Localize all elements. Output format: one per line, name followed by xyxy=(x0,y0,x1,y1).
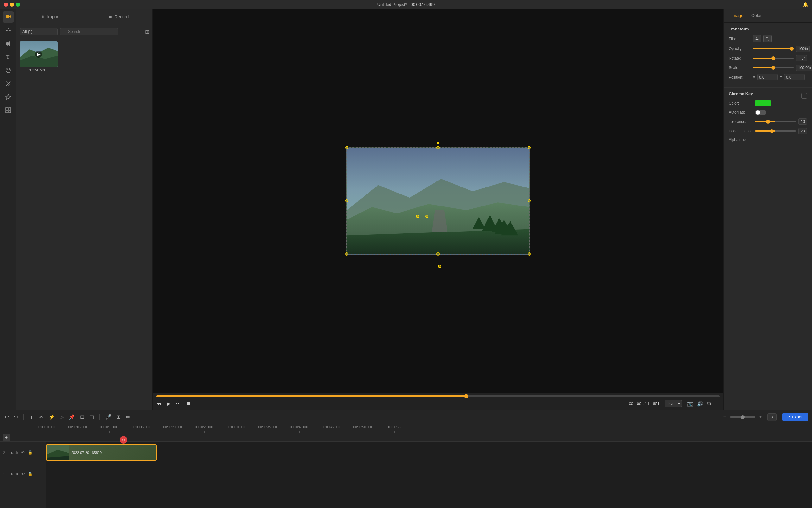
minimize-button[interactable] xyxy=(10,3,14,7)
extend-button[interactable]: ⇔ xyxy=(125,413,131,421)
timeline-ruler: 00:00:00.000 00:00:05.000 00:00:10.000 0… xyxy=(0,424,812,433)
quality-select[interactable]: Full 1/2 1/4 xyxy=(665,400,682,407)
svg-marker-13 xyxy=(6,94,11,99)
screenshot-button[interactable]: 📷 xyxy=(687,400,693,407)
tab-image-label: Image xyxy=(731,13,743,18)
corner-handle-bl[interactable] xyxy=(345,252,348,256)
delete-button[interactable]: 🗑 xyxy=(28,413,35,421)
fullscreen-button[interactable]: ⛶ xyxy=(715,400,720,406)
mid-handle-right[interactable] xyxy=(527,199,531,202)
track-row-1 xyxy=(46,463,812,485)
record-tab[interactable]: ⏺ Record xyxy=(85,9,153,25)
motion-button[interactable]: ▷ xyxy=(59,413,65,421)
export-button[interactable]: ↗ Export xyxy=(782,413,808,421)
ruler-label-4: 00:00:20.000 xyxy=(163,425,182,429)
auto-button[interactable]: ⚡ xyxy=(47,413,56,421)
zoom-slider[interactable] xyxy=(730,417,755,418)
pin-button[interactable]: 📌 xyxy=(68,413,76,421)
import-tab[interactable]: ⬆ Import xyxy=(16,9,85,25)
ruler-label-3: 00:00:15.000 xyxy=(132,425,150,429)
settings-filter-button[interactable]: ⚙ xyxy=(767,413,776,421)
rotate-slider[interactable] xyxy=(753,58,794,59)
search-wrapper: 🔍 xyxy=(60,28,142,36)
tolerance-slider[interactable] xyxy=(755,121,796,122)
sidebar-item-stickers[interactable] xyxy=(3,91,14,102)
progress-thumb[interactable] xyxy=(464,394,468,398)
chroma-key-toggle[interactable] xyxy=(801,93,807,99)
zoom-out-button[interactable]: － xyxy=(721,413,728,421)
grid-view-toggle[interactable]: ⊞ xyxy=(145,29,149,35)
scale-slider[interactable] xyxy=(753,67,794,69)
list-item[interactable]: ▶ 2022-07-20... xyxy=(19,41,58,72)
video-clip-1[interactable]: 2022-07-20 165829 xyxy=(46,444,157,461)
progress-fill xyxy=(157,395,466,397)
sidebar-item-transitions[interactable] xyxy=(3,78,14,89)
skip-back-button[interactable]: ⏮ xyxy=(157,400,162,406)
chroma-key-header: Chroma Key xyxy=(729,91,807,100)
ruler-marks: 00:00:00.000 00:00:05.000 00:00:10.000 0… xyxy=(46,424,812,433)
maximize-button[interactable] xyxy=(16,3,20,7)
rotate-handle[interactable] xyxy=(437,142,439,144)
corner-handle-tl[interactable] xyxy=(345,146,348,149)
flip-vertical-button[interactable]: ⇅ xyxy=(763,35,772,42)
search-input[interactable] xyxy=(60,28,119,36)
add-track-button[interactable]: + xyxy=(3,433,10,441)
cut-button[interactable]: ✂ xyxy=(38,413,44,421)
audio-button[interactable]: 🔊 xyxy=(697,400,703,407)
y-label: Y xyxy=(780,75,782,80)
split-button[interactable]: ⊞ xyxy=(116,413,122,421)
track-visibility-icon-2[interactable]: 👁 xyxy=(21,450,25,455)
corner-handle-tr[interactable] xyxy=(527,146,531,149)
track-name-1: Track xyxy=(9,472,18,476)
video-container xyxy=(153,9,723,393)
sidebar-item-overlays[interactable] xyxy=(3,65,14,76)
window-controls[interactable] xyxy=(4,3,20,7)
right-tabs: Image Color xyxy=(724,9,812,23)
tab-image[interactable]: Image xyxy=(727,9,747,23)
motion-dot-3[interactable] xyxy=(438,265,441,268)
mid-handle-left[interactable] xyxy=(345,199,348,202)
motion-dot-2[interactable] xyxy=(425,215,428,218)
sidebar-item-filters[interactable] xyxy=(3,25,14,36)
bell-icon[interactable]: 🔔 xyxy=(803,2,808,7)
sidebar-item-audio[interactable] xyxy=(3,38,14,49)
crop-button[interactable]: ⊡ xyxy=(79,413,85,421)
edge-slider[interactable] xyxy=(755,130,796,132)
redo-button[interactable]: ↪ xyxy=(13,413,19,421)
track-visibility-icon-1[interactable]: 👁 xyxy=(21,472,25,476)
track-lock-icon-1[interactable]: 🔒 xyxy=(28,472,33,476)
track-header-spacer xyxy=(46,433,812,442)
chroma-auto-toggle[interactable] xyxy=(755,110,766,115)
playhead[interactable]: ✂ xyxy=(124,433,124,508)
flip-horizontal-button[interactable]: ⇆ xyxy=(753,35,761,42)
mid-handle-bottom[interactable] xyxy=(436,252,439,256)
track-lock-icon-2[interactable]: 🔒 xyxy=(28,450,33,455)
opacity-slider[interactable] xyxy=(753,48,794,49)
mask-button[interactable]: ◫ xyxy=(88,413,95,421)
sidebar-item-media[interactable] xyxy=(3,11,14,23)
skip-forward-button[interactable]: ⏭ xyxy=(175,400,180,406)
motion-dot-1[interactable] xyxy=(416,215,419,218)
play-button[interactable]: ▶ xyxy=(167,400,170,407)
corner-handle-br[interactable] xyxy=(527,252,531,256)
undo-button[interactable]: ↩ xyxy=(4,413,10,421)
progress-track[interactable] xyxy=(157,395,720,397)
svg-rect-15 xyxy=(8,108,11,110)
zoom-in-button[interactable]: ＋ xyxy=(757,413,764,421)
pip-button[interactable]: ⧉ xyxy=(707,400,711,406)
mic-button[interactable]: 🎤 xyxy=(104,413,113,421)
mid-handle-top[interactable] xyxy=(436,146,439,149)
position-x-input[interactable] xyxy=(757,74,778,80)
position-y-input[interactable] xyxy=(784,74,805,80)
stop-button[interactable]: ⏹ xyxy=(185,400,190,406)
video-preview[interactable] xyxy=(346,147,530,255)
media-filter-select[interactable]: All (1) Video Audio Images xyxy=(19,28,58,36)
tolerance-value: 10 xyxy=(798,119,807,125)
sidebar-item-layout[interactable] xyxy=(3,104,14,116)
chroma-color-swatch[interactable] xyxy=(755,100,771,107)
close-button[interactable] xyxy=(4,3,8,7)
sidebar-item-text[interactable]: T xyxy=(3,51,14,63)
time-display: 00 : 00 : 11 : 651 xyxy=(196,401,660,406)
tab-color[interactable]: Color xyxy=(747,9,765,23)
ruler-label-7: 00:00:35.000 xyxy=(258,425,277,429)
